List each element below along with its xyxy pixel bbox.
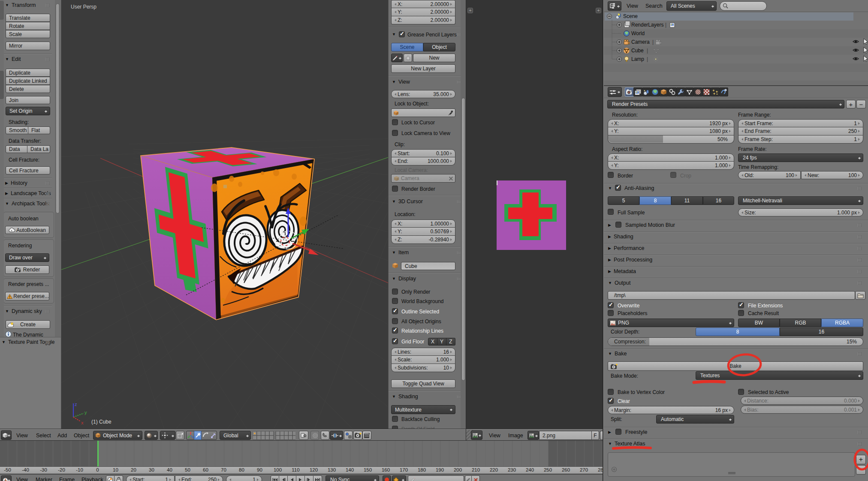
svg-text:x: x: [81, 420, 84, 425]
svg-text:y: y: [84, 410, 87, 415]
svg-text:z: z: [75, 402, 77, 407]
